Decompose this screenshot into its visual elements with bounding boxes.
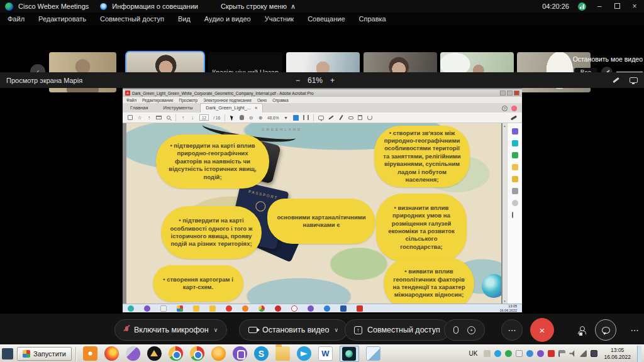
presenter-app-icon[interactable] [144,305,150,312]
presenter-folder-icon[interactable] [209,305,216,312]
restore-button[interactable] [613,2,621,11]
network-quality-icon[interactable] [578,3,586,11]
firefox-icon[interactable] [104,346,119,361]
presenter-app-icon[interactable] [242,305,248,312]
acrobat-close-button[interactable] [514,90,519,96]
annotate-icon[interactable] [613,77,619,83]
tray-update-icon[interactable] [526,350,533,357]
comment-button[interactable] [318,114,324,121]
tray-viber-icon[interactable] [537,350,544,357]
doc-scrollbar[interactable]: ▴ ▾ [502,123,507,304]
tray-monitor-icon[interactable] [591,350,597,357]
presenter-app-icon[interactable] [275,305,281,312]
tray-telegram-icon[interactable] [494,350,501,357]
menu-edit[interactable]: Редактировать [38,15,86,23]
rail-edit-pdf-icon[interactable] [512,152,518,158]
fill-sign-icon[interactable] [511,115,517,120]
acrobat-tab-home[interactable]: Главная [123,104,156,112]
page-number-input[interactable]: 12 [199,114,209,121]
doc-zoom-value[interactable]: 48.6% [267,116,279,120]
presenter-yandex-icon[interactable] [291,305,297,312]
leave-meeting-button[interactable]: × [530,318,554,342]
participants-button[interactable] [571,319,592,341]
more-options-button[interactable]: ⋯ [501,319,523,341]
show-desktop-button[interactable] [637,346,641,362]
scroll-down-icon[interactable]: ▾ [504,299,506,303]
viber-icon[interactable] [233,346,247,361]
presenter-adobe-icon[interactable] [357,305,363,312]
tray-clipboard-icon[interactable] [516,350,523,357]
zoom-in-button[interactable]: + [330,76,335,85]
acrobat-menu-esign[interactable]: Электронное подписание [203,98,252,102]
presenter-opera-icon[interactable] [226,305,232,312]
video-options-chevron-icon[interactable]: ∨ [335,327,339,333]
share-file-button[interactable]: ↑ [147,114,152,121]
acrobat-menu-window[interactable]: Окно [257,98,267,102]
rail-comment-icon[interactable] [512,176,518,182]
ink-sign-button[interactable] [338,114,344,121]
acrobat-tab-document[interactable]: Dark_Green_Light_... × [200,103,263,112]
acrobat-menu-view[interactable]: Просмотр [179,98,198,102]
zoom-out-button[interactable]: − [296,76,300,85]
acrobat-menu-help[interactable]: Справка [272,98,289,102]
page-up-button[interactable]: ↑ [180,114,186,121]
scroll-up-icon[interactable]: ▴ [504,124,506,128]
start-button[interactable]: Запустити [17,347,72,361]
file-explorer-icon[interactable] [275,346,290,361]
taskbar-clock[interactable]: 13:05 16.06.2022 [601,347,633,360]
rotate-button[interactable] [367,114,372,121]
menu-share[interactable]: Совместный доступ [100,15,164,23]
webex-taskbar-active[interactable] [340,346,359,362]
rail-organize-icon[interactable] [512,200,518,206]
chat-button[interactable] [595,319,616,341]
stamp-button[interactable] [348,114,353,121]
media-player-icon[interactable] [83,346,97,361]
skype-icon[interactable]: S [254,346,269,361]
minimize-button[interactable]: – [595,2,604,11]
help-icon[interactable]: ? [502,106,508,111]
zoom-out-button[interactable]: ⊖ [248,114,253,121]
telegram-icon[interactable] [297,346,311,361]
tray-folder-icon[interactable] [484,350,491,357]
rail-print-icon[interactable] [512,188,518,194]
menu-participant[interactable]: Участник [265,15,294,23]
acrobat-restore-button[interactable] [507,90,513,96]
notification-bell-icon[interactable] [511,106,517,111]
page-view-button[interactable] [293,114,299,121]
chrome-profile-icon[interactable] [190,346,204,361]
presenter-app-icon[interactable] [160,305,167,312]
stop-video-button[interactable]: Остановить видео ∨ [239,319,348,341]
chrome-icon[interactable] [169,346,183,361]
hazard-triangle-app-icon[interactable] [147,346,162,361]
menu-help[interactable]: Справка [359,15,386,23]
menu-meeting[interactable]: Совещание [308,15,345,23]
presenter-app-icon[interactable] [177,305,183,312]
language-indicator[interactable]: UK [467,349,480,358]
kmplayer-icon[interactable] [126,346,140,361]
presenter-chrome-icon[interactable] [258,305,265,312]
rail-collapse-icon[interactable] [512,212,518,218]
acrobat-tab-tools[interactable]: Инструменты [156,104,201,112]
record-reactions-group[interactable]: + [444,319,485,341]
share-content-button[interactable]: ↑ Совместный доступ [345,319,450,341]
presenter-word-icon[interactable] [340,305,347,312]
menu-audio-video[interactable]: Аудио и видео [204,15,251,23]
word-icon[interactable]: W [318,346,333,361]
close-button[interactable]: × [630,2,639,11]
zoom-dropdown-icon[interactable]: ▾ [284,114,289,121]
delete-button[interactable] [358,114,363,121]
menu-view[interactable]: Вид [178,15,191,23]
hide-menu-toggle[interactable]: Скрыть строку меню ∧ [221,3,296,11]
rail-fill-sign-icon[interactable] [512,128,518,134]
tray-flag-icon[interactable] [558,350,565,357]
presenter-app-icon[interactable] [128,305,134,312]
rail-export-pdf-icon[interactable] [512,140,518,146]
highlight-pen-button[interactable] [328,114,334,121]
acrobat-minimize-button[interactable] [500,90,506,96]
acrobat-menu-file[interactable]: Файл [126,98,136,102]
panel-more-button[interactable]: ⋯ [624,319,644,341]
tray-adobe-icon[interactable] [548,350,555,357]
tray-network-icon[interactable] [580,350,587,357]
acrobat-menu-edit[interactable]: Редактирование [142,98,174,102]
page-down-button[interactable]: ↓ [190,114,195,121]
